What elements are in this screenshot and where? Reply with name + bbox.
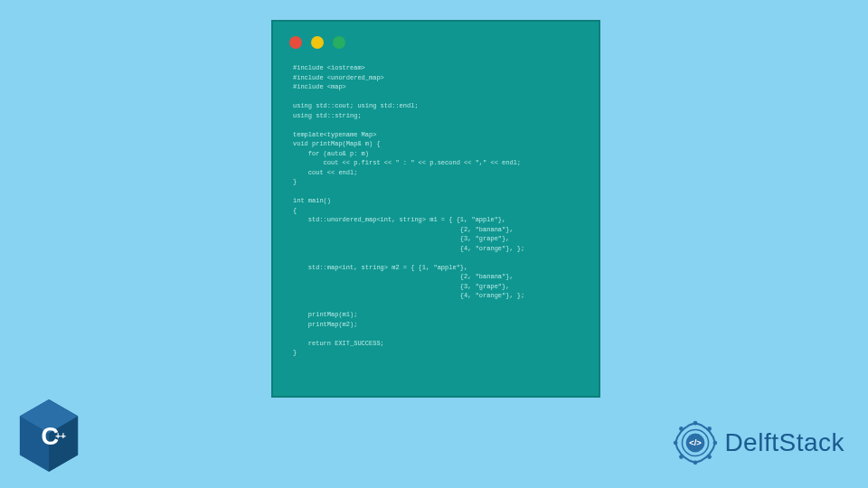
svg-point-11	[675, 441, 677, 444]
svg-point-6	[708, 427, 711, 430]
code-content: #include <iostream> #include <unordered_…	[273, 58, 599, 363]
svg-text:++: ++	[55, 431, 66, 441]
close-dot-icon	[289, 36, 302, 49]
svg-text:</>: </>	[690, 438, 703, 447]
minimize-dot-icon	[311, 36, 324, 49]
cpp-logo-icon: C ++	[16, 399, 81, 472]
code-window: #include <iostream> #include <unordered_…	[271, 20, 600, 398]
svg-point-5	[694, 422, 697, 425]
delftstack-brand: </> DelftStack	[672, 419, 844, 466]
delftstack-logo-icon: </>	[672, 419, 719, 466]
svg-point-7	[714, 441, 717, 444]
svg-point-8	[708, 455, 711, 458]
svg-point-9	[694, 461, 697, 464]
window-dots	[273, 22, 599, 58]
maximize-dot-icon	[333, 36, 345, 49]
svg-point-10	[680, 455, 683, 458]
svg-point-12	[680, 427, 683, 430]
delftstack-label: DelftStack	[724, 428, 844, 457]
